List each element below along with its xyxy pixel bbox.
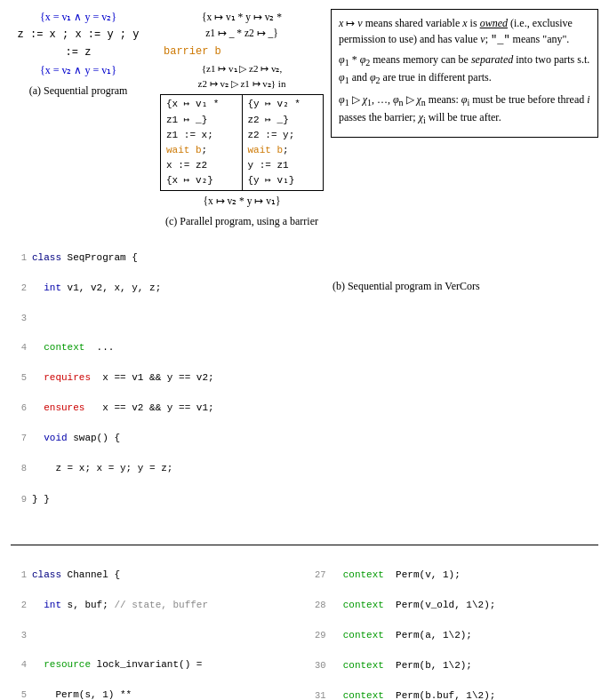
seq-line2: 2 int v1, v2, x, y, z; (11, 281, 214, 296)
par-threads-box: {x ↦ v₁ *z1 ↦ _}z1 := x;wait b;x := z2{x… (160, 94, 324, 190)
left-code-block: 1class Channel { 2 int s, buf; // state,… (11, 553, 300, 700)
l4: 4 resource lock_invariant() = (11, 657, 300, 672)
set-eq2: {x = v₂ ∧ y = v₁} (40, 64, 116, 76)
par-postcond: {x ↦ v₂ * y ↦ v₁} (160, 194, 324, 210)
r30: 30 context Perm(b, 1\2); (310, 658, 599, 673)
par-barrier-cond: {z1 ↦ v₁ ▷ z2 ↦ v₂, z2 ↦ v₂ ▷ z1 ↦ v₂} i… (160, 61, 324, 91)
code-swap1: z := x ; x := y ; y := z (18, 28, 140, 59)
thread-right: {y ↦ v₂ *z2 ↦ _}z2 := y;wait b;y := z1{y… (243, 95, 324, 189)
col-a-sequential: {x = v₁ ∧ y = v₂} z := x ; x := y ; y :=… (11, 9, 153, 98)
r27: 27 context Perm(v, 1); (310, 568, 599, 583)
par-precond: {x ↦ v₁ * y ↦ v₂ *z1 ↦ _ * z2 ↦ _} (160, 9, 324, 42)
seq-code-block: 1class SeqProgram { 2 int v1, v2, x, y, … (11, 235, 214, 537)
barrier-keyword: barrier b (164, 45, 221, 58)
bottom-section: 1class Channel { 2 int s, buf; // state,… (11, 553, 598, 700)
seq-line8: 8 z = x; x = y; y = z; (11, 461, 214, 476)
caption-b: (b) Sequential program in VerCors (214, 235, 598, 537)
seq-line4: 4 context ... (11, 340, 214, 355)
l2: 2 int s, buf; // state, buffer (11, 598, 300, 613)
l5: 5 Perm(s, 1) ** (11, 688, 300, 700)
seq-line3: 3 (11, 311, 214, 325)
top-section: {x = v₁ ∧ y = v₂} z := x ; x := y ; y :=… (11, 9, 598, 228)
note-line1: x ↦ v means shared variable x is owned (… (339, 15, 590, 48)
par-math: {x ↦ v₁ * y ↦ v₂ *z1 ↦ _ * z2 ↦ _} barri… (160, 9, 324, 210)
right-code-col: 27 context Perm(v, 1); 28 context Perm(v… (310, 553, 599, 700)
seq-code-section: 1class SeqProgram { 2 int v1, v2, x, y, … (11, 235, 598, 537)
seq-math: {x = v₁ ∧ y = v₂} z := x ; x := y ; y :=… (11, 9, 146, 79)
l1: 1class Channel { (11, 568, 300, 583)
seq-line1: 1class SeqProgram { (11, 251, 214, 266)
note-line3: φ1 ▷ χ1, …, φn ▷ χn means: φi must be tr… (339, 91, 590, 128)
right-code-block: 27 context Perm(v, 1); 28 context Perm(v… (310, 553, 599, 700)
seq-line6: 6 ensures x == v2 && y == v1; (11, 401, 214, 416)
caption-c: (c) Parallel program, using a barrier (160, 215, 324, 228)
r29: 29 context Perm(a, 1\2); (310, 628, 599, 643)
l3: 3 (11, 628, 300, 642)
caption-a: (a) Sequential program (11, 84, 146, 98)
seq-line5: 5 requires x == v1 && y == v2; (11, 370, 214, 386)
thread-left: {x ↦ v₁ *z1 ↦ _}z1 := x;wait b;x := z2{x… (161, 95, 243, 189)
col-b-parallel: {x ↦ v₁ * y ↦ v₂ *z1 ↦ _ * z2 ↦ _} barri… (153, 9, 331, 228)
section-divider (11, 545, 598, 545)
r28: 28 context Perm(v_old, 1\2); (310, 598, 599, 613)
col-c-notes: x ↦ v means shared variable x is owned (… (331, 9, 598, 138)
seq-line7: 7 void swap() { (11, 431, 214, 446)
par-barrier-label: barrier b (164, 44, 324, 60)
left-code-col: 1class Channel { 2 int s, buf; // state,… (11, 553, 300, 700)
r31: 31 context Perm(b.buf, 1\2); (310, 688, 599, 700)
set-eq1: {x = v₁ ∧ y = v₂} (40, 11, 116, 23)
seq-line9: 9} } (11, 492, 214, 507)
note-line2: φ1 * φ2 means memory can be separated in… (339, 52, 590, 88)
page: {x = v₁ ∧ y = v₂} z := x ; x := y ; y :=… (0, 0, 609, 700)
